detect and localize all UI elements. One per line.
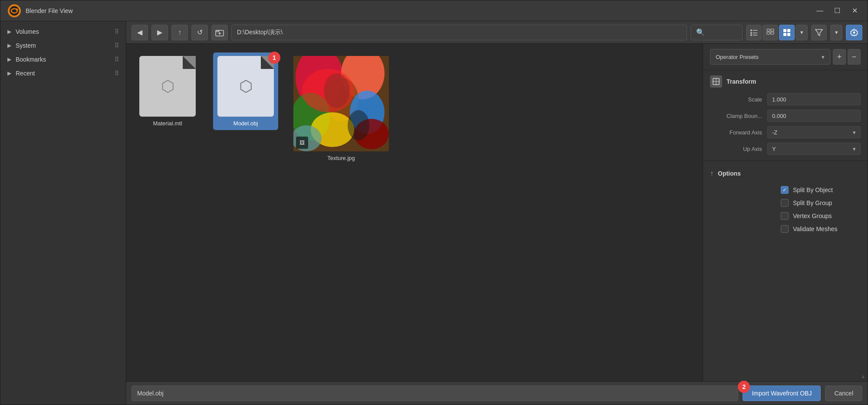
clamp-input[interactable]: 0.000	[767, 110, 861, 122]
operator-presets-row: Operator Presets ▾ + −	[710, 49, 861, 65]
sidebar-item-bookmarks[interactable]: ▶ Bookmarks ⠿	[0, 52, 126, 66]
clamp-row: Clamp Boun... 0.000	[703, 108, 868, 124]
main-content: ▶ Volumes ⠿ ▶ System ⠿ ▶ Bookmarks ⠿ ▶ R…	[0, 21, 868, 405]
vertex-groups-checkbox[interactable]	[781, 212, 789, 220]
file-item-material[interactable]: ⬡ Material.mtl	[135, 52, 200, 130]
filename-material: Material.mtl	[153, 120, 182, 127]
up-axis-row: Up Axis Y ▾	[703, 140, 868, 157]
filename-model: Model.obj	[233, 120, 258, 127]
operator-presets-section: Operator Presets ▾ + −	[703, 44, 868, 70]
forward-axis-row: Forward Axis -Z ▾	[703, 124, 868, 140]
file-grid: ⬡ Material.mtl ⬡ 1 Model.obj	[126, 44, 703, 381]
panel-divider	[703, 160, 868, 161]
scale-row: Scale 1.000	[703, 91, 868, 108]
import-badge: 2	[738, 381, 750, 393]
cube-icon: ⬡	[161, 77, 174, 95]
file-icon-model: ⬡	[217, 56, 274, 117]
browser-area: ◀ ▶ ↑ ↺ D:\Desktop\演示\ 🔍	[126, 21, 868, 405]
chevron-down-icon: ▾	[853, 146, 856, 152]
sidebar-item-recent[interactable]: ▶ Recent ⠿	[0, 66, 126, 80]
svg-point-34	[302, 69, 354, 112]
view-tiles-button[interactable]	[763, 25, 778, 40]
file-item-texture[interactable]: 🖼 Texture.jpg	[291, 52, 391, 165]
content-area: ⬡ Material.mtl ⬡ 1 Model.obj	[126, 44, 868, 381]
view-grid-button[interactable]	[779, 25, 795, 40]
import-button[interactable]: 2 Import Wavefront OBJ	[743, 385, 821, 401]
svg-rect-8	[753, 30, 757, 31]
maximize-button[interactable]: ☐	[831, 5, 843, 17]
forward-axis-dropdown[interactable]: -Z ▾	[767, 126, 861, 138]
scale-input[interactable]: 1.000	[767, 93, 861, 105]
svg-rect-13	[767, 29, 770, 31]
view-list-button[interactable]	[746, 25, 762, 40]
add-preset-button[interactable]: +	[833, 49, 846, 65]
up-axis-dropdown[interactable]: Y ▾	[767, 143, 861, 155]
view-dropdown-button[interactable]: ▾	[796, 25, 808, 40]
options-header: ↑ Options	[710, 170, 861, 177]
tiles-view-icon	[766, 29, 774, 36]
svg-rect-17	[783, 29, 786, 32]
chevron-right-icon: ▶	[7, 29, 11, 35]
remove-preset-button[interactable]: −	[848, 49, 861, 65]
search-bar[interactable]: 🔍	[690, 25, 743, 40]
sidebar-item-volumes[interactable]: ▶ Volumes ⠿	[0, 25, 126, 39]
file-icon-material: ⬡	[139, 56, 196, 117]
new-folder-button[interactable]	[211, 25, 228, 40]
svg-rect-10	[753, 33, 757, 33]
file-item-model[interactable]: ⬡ 1 Model.obj	[213, 52, 278, 130]
split-by-group-checkbox[interactable]	[781, 199, 789, 207]
chevron-down-icon: ▾	[822, 54, 825, 60]
minimize-button[interactable]: —	[814, 5, 826, 17]
operator-presets-dropdown[interactable]: Operator Presets ▾	[710, 49, 830, 65]
up-button[interactable]: ↑	[171, 25, 188, 40]
split-by-object-checkbox[interactable]	[781, 186, 789, 194]
selection-badge-1: 1	[268, 52, 280, 64]
options-section: ↑ Options Split By Object Split By Group	[703, 164, 868, 278]
forward-axis-label: Forward Axis	[710, 129, 762, 136]
chevron-right-icon: ▶	[7, 42, 11, 49]
blender-logo-icon	[7, 4, 21, 18]
cube-icon: ⬡	[239, 77, 253, 95]
view-toggle-group: ▾	[746, 25, 808, 40]
filter-dropdown-button[interactable]: ▾	[830, 25, 842, 40]
up-axis-label: Up Axis	[710, 146, 762, 152]
forward-button[interactable]: ▶	[151, 25, 168, 40]
split-by-object-label: Split By Object	[793, 186, 854, 193]
settings-icon	[850, 28, 858, 37]
validate-meshes-row: Validate Meshes	[710, 222, 861, 235]
close-button[interactable]: ✕	[848, 5, 861, 17]
transform-section: Transform Scale 1.000 Clamp Boun... 0.00…	[703, 70, 868, 157]
panel-spacer: ▲	[703, 278, 868, 381]
sidebar-volumes-label: Volumes	[16, 28, 111, 35]
back-button[interactable]: ◀	[132, 25, 148, 40]
split-by-group-row: Split By Group	[710, 196, 861, 209]
search-icon: 🔍	[696, 28, 705, 36]
sidebar-system-label: System	[16, 42, 111, 49]
svg-rect-11	[750, 34, 752, 36]
svg-rect-20	[787, 33, 790, 36]
texture-thumbnail: 🖼	[293, 56, 389, 151]
sidebar-recent-dots: ⠿	[115, 70, 119, 77]
chevron-right-icon: ▶	[7, 70, 11, 76]
validate-meshes-checkbox[interactable]	[781, 225, 789, 233]
split-by-object-row: Split By Object	[710, 183, 861, 196]
filename-input[interactable]: Model.obj	[132, 385, 738, 401]
file-thumbnail-model: ⬡ 1	[215, 56, 276, 117]
svg-rect-7	[750, 29, 752, 31]
preset-controls: + −	[833, 49, 861, 65]
sidebar-volumes-dots: ⠿	[115, 28, 119, 35]
transform-section-header: Transform	[703, 70, 868, 91]
transform-title: Transform	[727, 78, 756, 85]
path-input[interactable]: D:\Desktop\演示\	[231, 25, 687, 40]
svg-point-3	[16, 8, 18, 10]
options-icon: ↑	[710, 170, 713, 177]
settings-button[interactable]	[846, 25, 862, 40]
svg-point-22	[853, 31, 855, 33]
scroll-indicator: ▲	[861, 373, 866, 379]
refresh-button[interactable]: ↺	[191, 25, 208, 40]
vertex-groups-row: Vertex Groups	[710, 209, 861, 222]
sidebar-item-system[interactable]: ▶ System ⠿	[0, 39, 126, 52]
filter-button[interactable]	[811, 25, 827, 40]
cancel-button[interactable]: Cancel	[825, 385, 862, 401]
svg-rect-16	[771, 32, 774, 34]
